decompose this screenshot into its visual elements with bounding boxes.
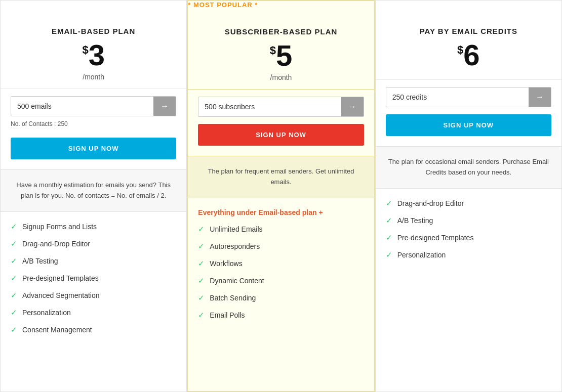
- feature-item: ✓A/B Testing: [11, 256, 176, 266]
- price-period: /month: [11, 73, 176, 81]
- feature-label: Advanced Segmentation: [22, 291, 100, 299]
- plan-description: The plan for frequent email senders. Get…: [188, 156, 374, 198]
- selector-row[interactable]: →: [11, 96, 176, 116]
- price-amount: 5: [276, 41, 292, 70]
- signup-wrapper: SIGN UP NOW: [188, 119, 374, 156]
- feature-label: Drag-and-Drop Editor: [22, 240, 90, 248]
- check-icon: ✓: [198, 259, 205, 268]
- check-icon: ✓: [11, 291, 17, 300]
- check-icon: ✓: [11, 308, 17, 317]
- plan-header: PAY BY EMAIL CREDITS$6: [376, 17, 561, 80]
- check-icon: ✓: [386, 250, 392, 259]
- most-popular-badge: [1, 1, 186, 13]
- feature-item: ✓Personalization: [386, 250, 551, 259]
- feature-item: ✓Drag-and-drop Editor: [386, 199, 551, 208]
- plan-col-email-based: EMAIL-BASED PLAN$3/month→No. of Contacts…: [0, 0, 187, 392]
- check-icon: ✓: [11, 222, 17, 231]
- feature-item: ✓Personalization: [11, 308, 176, 317]
- feature-item: ✓Pre-designed Templates: [11, 274, 176, 283]
- price-row: $3: [11, 40, 176, 70]
- feature-label: Personalization: [397, 251, 446, 259]
- feature-label: A/B Testing: [22, 257, 58, 265]
- check-icon: ✓: [386, 199, 392, 208]
- feature-item: ✓A/B Testing: [386, 216, 551, 225]
- plan-header: EMAIL-BASED PLAN$3/month: [1, 17, 186, 89]
- check-icon: ✓: [386, 216, 392, 225]
- price-dollar: $: [82, 43, 88, 57]
- feature-label: Workflows: [210, 259, 242, 268]
- contacts-note: No. of Contacts : 250: [11, 120, 176, 127]
- price-row: $6: [386, 40, 551, 70]
- feature-item: ✓Consent Management: [11, 325, 176, 334]
- feature-label: Dynamic Content: [210, 277, 264, 285]
- plan-col-pay-by-credits: PAY BY EMAIL CREDITS$6→SIGN UP NOWThe pl…: [375, 0, 562, 392]
- feature-item: ✓Advanced Segmentation: [11, 291, 176, 300]
- feature-item: ✓Signup Forms and Lists: [11, 222, 176, 231]
- check-icon: ✓: [11, 256, 17, 266]
- feature-item: ✓Batch Sending: [198, 293, 364, 302]
- signup-button[interactable]: SIGN UP NOW: [11, 138, 176, 159]
- feature-item: ✓Dynamic Content: [198, 276, 364, 285]
- most-popular-badge: [376, 1, 561, 13]
- plan-header: SUBSCRIBER-BASED PLAN$5/month: [188, 17, 374, 90]
- feature-label: Consent Management: [22, 326, 92, 334]
- plan-description: The plan for occasional email senders. P…: [376, 146, 561, 189]
- check-icon: ✓: [198, 242, 205, 251]
- features-section: ✓Drag-and-drop Editor✓A/B Testing✓Pre-de…: [376, 189, 561, 391]
- plan-description: Have a monthly estimation for emails you…: [1, 169, 186, 212]
- selector-input[interactable]: [386, 88, 529, 106]
- price-row: $5: [198, 41, 364, 70]
- feature-label: A/B Testing: [397, 216, 433, 225]
- selector-row[interactable]: →: [198, 97, 364, 117]
- pricing-container: EMAIL-BASED PLAN$3/month→No. of Contacts…: [0, 0, 562, 392]
- check-icon: ✓: [11, 239, 17, 248]
- selector-arrow-button[interactable]: →: [529, 88, 551, 107]
- check-icon: ✓: [11, 325, 17, 334]
- feature-label: Autoresponders: [210, 242, 260, 250]
- feature-label: Pre-designed Templates: [22, 274, 99, 282]
- feature-label: Personalization: [22, 309, 71, 317]
- selector-input[interactable]: [11, 97, 153, 115]
- check-icon: ✓: [198, 311, 205, 320]
- price-dollar: $: [457, 43, 463, 57]
- features-section: ✓Signup Forms and Lists✓Drag-and-Drop Ed…: [1, 212, 186, 391]
- feature-label: Drag-and-drop Editor: [397, 199, 464, 207]
- feature-label: Pre-designed Templates: [397, 234, 474, 242]
- selector-arrow-button[interactable]: →: [153, 97, 176, 116]
- feature-item: ✓Drag-and-Drop Editor: [11, 239, 176, 248]
- check-icon: ✓: [386, 233, 392, 242]
- plan-col-subscriber-based: * MOST POPULAR *SUBSCRIBER-BASED PLAN$5/…: [187, 0, 375, 392]
- features-section: Everything under Email-based plan +✓Unli…: [188, 198, 374, 391]
- signup-button[interactable]: SIGN UP NOW: [198, 124, 364, 146]
- selector-arrow-button[interactable]: →: [341, 97, 364, 116]
- plan-name: SUBSCRIBER-BASED PLAN: [198, 27, 364, 36]
- plan-name: PAY BY EMAIL CREDITS: [386, 27, 551, 35]
- price-period: /month: [198, 73, 364, 81]
- check-icon: ✓: [11, 274, 17, 283]
- signup-wrapper: SIGN UP NOW: [1, 133, 186, 169]
- feature-item: ✓Pre-designed Templates: [386, 233, 551, 242]
- price-dollar: $: [270, 44, 276, 57]
- feature-label: Unlimited Emails: [210, 225, 262, 233]
- feature-item: ✓Email Polls: [198, 311, 364, 320]
- feature-item: ✓Autoresponders: [198, 242, 364, 251]
- selector-row[interactable]: →: [386, 87, 551, 107]
- check-icon: ✓: [198, 293, 205, 302]
- feature-label: Email Polls: [210, 311, 245, 319]
- price-amount: 6: [463, 40, 479, 70]
- signup-button[interactable]: SIGN UP NOW: [386, 114, 551, 136]
- signup-wrapper: SIGN UP NOW: [376, 109, 561, 146]
- feature-item: ✓Workflows: [198, 259, 364, 268]
- selector-input[interactable]: [198, 98, 341, 116]
- price-amount: 3: [89, 40, 105, 70]
- feature-label: Signup Forms and Lists: [22, 223, 97, 231]
- feature-label: Batch Sending: [210, 294, 256, 302]
- features-heading: Everything under Email-based plan +: [198, 208, 364, 216]
- most-popular-badge: * MOST POPULAR *: [188, 1, 374, 13]
- check-icon: ✓: [198, 276, 205, 285]
- plan-name: EMAIL-BASED PLAN: [11, 27, 176, 35]
- feature-item: ✓Unlimited Emails: [198, 225, 364, 234]
- check-icon: ✓: [198, 225, 205, 234]
